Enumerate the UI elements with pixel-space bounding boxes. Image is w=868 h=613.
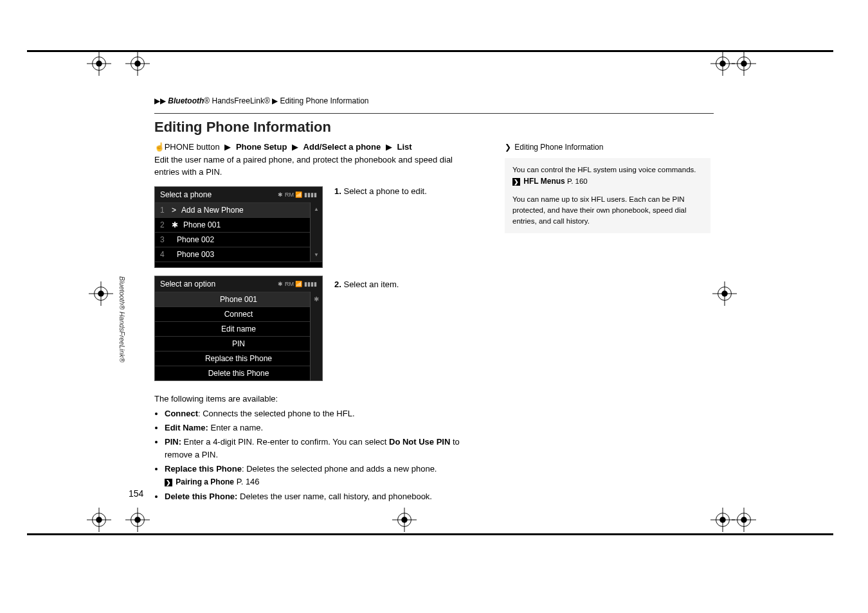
items-list: Connect: Connects the selected phone to … xyxy=(154,407,489,503)
list-item: 4Phone 003 xyxy=(155,247,322,262)
registration-mark-icon xyxy=(732,508,756,532)
list-item: PIN: Enter a 4-digit PIN. Re-enter to co… xyxy=(165,436,489,461)
option-item: Connect xyxy=(155,306,322,321)
screen-title: Select a phone xyxy=(160,190,212,199)
option-item: Edit name xyxy=(155,321,322,336)
registration-mark-icon xyxy=(87,508,111,532)
chevron-right-icon: ▶ xyxy=(292,142,298,152)
registration-mark-icon xyxy=(125,51,150,76)
items-intro: The following items are available: xyxy=(154,394,714,404)
chevron-right-icon: ▶ xyxy=(272,96,278,105)
breadcrumb-item: Bluetooth xyxy=(168,96,204,105)
hand-icon: ☝ xyxy=(154,142,162,152)
scrollbar: ✱ xyxy=(310,292,322,380)
registration-mark-icon xyxy=(732,51,756,76)
list-item: 3Phone 002 xyxy=(155,232,322,247)
registration-mark-icon xyxy=(712,281,737,306)
chevron-right-icon: ▶▶ xyxy=(154,96,166,105)
cross-reference: ❯ Pairing a Phone xyxy=(165,477,234,486)
registration-mark-icon xyxy=(125,508,150,532)
list-item: 1>Add a New Phone xyxy=(155,202,322,217)
bluetooth-icon: ✱ xyxy=(278,191,283,198)
chevron-right-icon: ▶ xyxy=(386,142,392,152)
registration-mark-icon xyxy=(89,281,113,306)
screenshot-select-option: Select an option ✱ RM 📶 ▮▮▮▮ Phone 001 C… xyxy=(154,276,323,381)
bluetooth-icon: ✱ xyxy=(278,281,283,287)
selected-phone: Phone 001 xyxy=(155,292,322,306)
rm-label: RM xyxy=(285,191,294,198)
signal-icon: 📶 xyxy=(295,281,302,287)
chevron-right-icon: ▶ xyxy=(224,142,231,152)
divider xyxy=(154,113,714,114)
menu-path-step: Phone Setup xyxy=(236,142,287,152)
status-icons: ✱ RM 📶 ▮▮▮▮ xyxy=(278,281,317,287)
step-1: 1. Select a phone to edit. xyxy=(334,186,482,196)
scrollbar: ▲▼ xyxy=(310,202,322,262)
sidebar-text: You can name up to six HFL users. Each c… xyxy=(512,194,703,227)
xref-icon: ❯ xyxy=(165,479,172,486)
sidebar-text: You can control the HFL system using voi… xyxy=(512,164,703,175)
bluetooth-icon: ✱ xyxy=(314,292,319,303)
menu-path-step: PHONE button xyxy=(165,142,220,152)
option-item: PIN xyxy=(155,336,322,351)
option-item: Delete this Phone xyxy=(155,366,322,380)
battery-icon: ▮▮▮▮ xyxy=(304,281,317,287)
signal-icon: 📶 xyxy=(295,191,302,198)
breadcrumb-item: Editing Phone Information xyxy=(280,96,368,105)
menu-path-step: List xyxy=(397,142,411,152)
step-2: 2. Select an item. xyxy=(334,280,482,289)
screen-title: Select an option xyxy=(160,280,215,289)
registration-mark-icon xyxy=(392,508,417,532)
rm-label: RM xyxy=(285,281,294,287)
screenshot-select-phone: Select a phone ✱ RM 📶 ▮▮▮▮ 1>Add a New P… xyxy=(154,186,323,268)
xref-icon: ❯ xyxy=(512,178,520,186)
registration-mark-icon xyxy=(87,51,111,76)
sidebar-title: ❯ Editing Phone Information xyxy=(505,141,710,153)
list-item: 2✱Phone 001 xyxy=(155,217,322,232)
sidebar-note: You can control the HFL system using voi… xyxy=(505,158,710,233)
list-item: Replace this Phone: Deletes the selected… xyxy=(165,463,489,488)
battery-icon: ▮▮▮▮ xyxy=(304,191,317,198)
status-icons: ✱ RM 📶 ▮▮▮▮ xyxy=(278,191,317,198)
option-item: Replace this Phone xyxy=(155,351,322,366)
xref-icon: ❯ xyxy=(505,141,512,153)
breadcrumb-item: ® HandsFreeLink® xyxy=(204,96,269,105)
list-item: Delete this Phone: Deletes the user name… xyxy=(165,490,489,503)
intro-text: Edit the user name of a paired phone, an… xyxy=(154,154,479,179)
print-registration-bottom xyxy=(27,533,833,535)
menu-path-step: Add/Select a phone xyxy=(303,142,381,152)
scroll-up-icon: ▲ xyxy=(314,202,319,216)
breadcrumb: ▶▶ Bluetooth® HandsFreeLink® ▶ Editing P… xyxy=(154,96,714,105)
page-title: Editing Phone Information xyxy=(154,119,714,136)
cross-reference: ❯ HFL Menus P. 160 xyxy=(512,175,703,187)
list-item: Edit Name: Enter a name. xyxy=(165,422,489,434)
page-number: 154 xyxy=(129,488,143,499)
side-tab-label: Bluetooth® HandsFreeLink® xyxy=(118,276,126,362)
scroll-down-icon: ▼ xyxy=(314,248,319,262)
list-item: Connect: Connects the selected phone to … xyxy=(165,407,489,420)
